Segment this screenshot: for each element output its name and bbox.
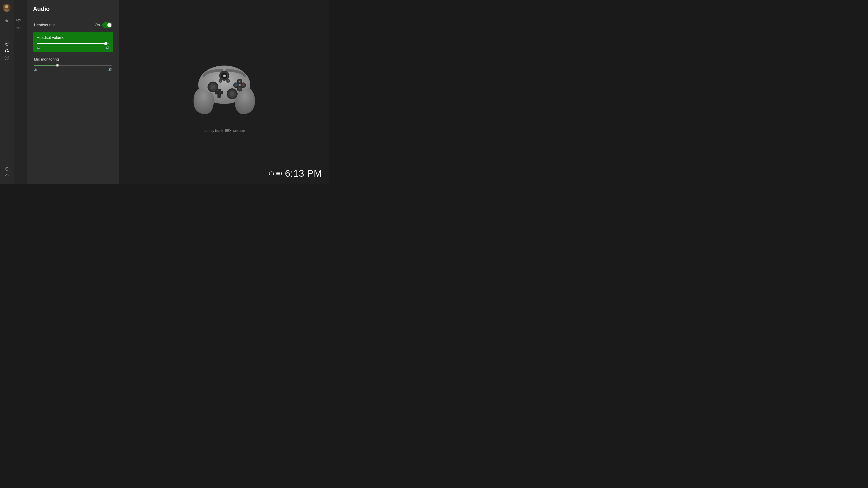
time-display: 6:13 PM <box>285 168 322 179</box>
system-label: Sys <box>16 18 26 22</box>
svg-text:⊕: ⊕ <box>223 74 226 78</box>
settings-icon[interactable] <box>4 41 9 46</box>
svg-text:⊞: ⊞ <box>220 80 221 82</box>
svg-point-2 <box>6 43 7 44</box>
svg-point-0 <box>5 5 8 8</box>
headset-volume-track <box>37 43 110 44</box>
headset-mic-label: Headset mic <box>34 23 55 27</box>
svg-rect-39 <box>230 130 231 131</box>
volume-max-icon: 🔊 <box>105 46 110 50</box>
svg-text:Y: Y <box>239 80 241 83</box>
sidebar: ? <box>0 0 13 184</box>
battery-level: Medium <box>233 129 245 133</box>
audio-title: Audio <box>33 5 113 12</box>
mic-monitoring-track <box>34 65 112 66</box>
audio-panel: Audio Headset mic On Headset volume 🔈 🔊 … <box>27 0 119 184</box>
svg-point-16 <box>211 85 215 89</box>
svg-rect-40 <box>225 130 228 131</box>
headset-mic-toggle[interactable] <box>102 22 112 28</box>
headset-volume-fill <box>37 43 106 44</box>
controller-image: ⊕ ⊞ ☰ Y X <box>184 52 265 121</box>
svg-point-19 <box>230 92 235 96</box>
mic-max-icon: 🔊 <box>108 68 112 71</box>
svg-rect-42 <box>273 174 274 175</box>
mic-monitoring-thumb[interactable] <box>56 64 59 67</box>
headset-mic-row[interactable]: Headset mic On <box>33 19 113 31</box>
status-icons <box>269 171 282 176</box>
help-icon[interactable]: ? <box>4 55 9 61</box>
mic-monitoring-icons: 🔈 🔊 <box>34 68 112 71</box>
volume-min-icon: 🔈 <box>37 46 40 50</box>
battery-status-icon <box>276 172 282 175</box>
restart-icon[interactable] <box>4 173 9 179</box>
svg-point-1 <box>4 8 9 12</box>
svg-rect-21 <box>215 91 223 94</box>
battery-label: Battery level: <box>204 129 223 133</box>
headset-volume-thumb[interactable] <box>104 42 107 45</box>
battery-info: Battery level: Medium <box>204 129 245 133</box>
mic-monitoring-slider-container <box>34 65 112 66</box>
svg-rect-41 <box>269 174 270 175</box>
svg-text:X: X <box>235 84 237 87</box>
power-icon[interactable] <box>4 166 9 172</box>
mic-monitoring-section[interactable]: Mic monitoring 🔈 🔊 <box>33 54 113 74</box>
headphone-status-icon <box>269 171 274 176</box>
svg-rect-45 <box>276 173 280 175</box>
headset-mic-toggle-group: On <box>95 22 112 28</box>
headset-volume-section[interactable]: Headset volume 🔈 🔊 <box>33 32 113 52</box>
controller-area: ⊕ ⊞ ☰ Y X <box>119 0 329 184</box>
headset-volume-slider-container <box>37 43 110 44</box>
battery-icon <box>225 129 231 132</box>
mic-monitoring-label: Mic monitoring <box>34 57 112 62</box>
audio-sidebar-icon[interactable] <box>4 48 9 53</box>
headset-volume-label: Headset volume <box>37 35 110 40</box>
svg-text:?: ? <box>6 57 8 60</box>
svg-text:B: B <box>242 84 244 87</box>
svg-text:☰: ☰ <box>227 80 229 82</box>
mic-monitoring-fill <box>34 65 57 66</box>
svg-text:A: A <box>239 88 240 90</box>
svg-rect-44 <box>281 173 282 174</box>
mic-min-icon: 🔈 <box>34 68 38 71</box>
headset-volume-icons: 🔈 🔊 <box>37 46 110 50</box>
status-bar: 6:13 PM <box>269 168 322 179</box>
avatar[interactable] <box>3 4 11 12</box>
trophy-icon[interactable] <box>4 18 9 24</box>
headset-mic-state: On <box>95 23 100 27</box>
